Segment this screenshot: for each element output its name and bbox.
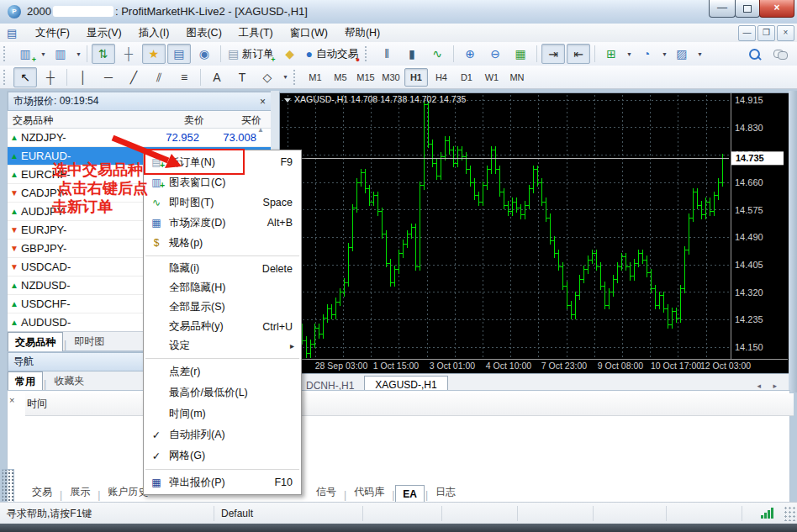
child-window-icon[interactable]: ▤ bbox=[7, 27, 22, 40]
context-menu-item[interactable]: ▦市场深度(D)Alt+B bbox=[144, 213, 301, 233]
context-menu-item[interactable]: 隐藏(i)Delete bbox=[144, 259, 301, 278]
indicators-button[interactable]: ⊞ bbox=[599, 44, 623, 64]
timeframe-m5[interactable]: M5 bbox=[329, 68, 352, 87]
indicators-dropdown-icon[interactable]: ▼ bbox=[626, 51, 632, 57]
menu-item-i[interactable]: 插入(I) bbox=[130, 24, 178, 43]
terminal-tab-4[interactable]: 日志 bbox=[429, 482, 462, 501]
child-restore-button[interactable]: ❐ bbox=[757, 25, 775, 41]
timeframe-mn[interactable]: MN bbox=[505, 68, 529, 87]
context-menu-item[interactable]: 全部显示(S) bbox=[144, 298, 301, 317]
market-watch-tab-2[interactable]: 即时图 bbox=[67, 332, 111, 350]
menu-item-t[interactable]: 工具(T) bbox=[230, 24, 282, 43]
timeframe-m1[interactable]: M1 bbox=[303, 68, 327, 87]
new-chart-icon: ▥ bbox=[19, 48, 30, 60]
metaeditor-button[interactable]: ◆ bbox=[278, 44, 302, 64]
menu-item-h[interactable]: 帮助(H) bbox=[336, 24, 388, 43]
scroll-up-icon[interactable]: ▲ bbox=[257, 126, 264, 134]
data-window-button[interactable]: ┼ bbox=[117, 44, 140, 64]
title-bar[interactable]: P 2000: ProfitMarketHK-Live2 - [XAGUSD-,… bbox=[0, 0, 797, 24]
fibonacci-button[interactable]: ≡ bbox=[172, 67, 196, 87]
market-watch-toggle-button[interactable]: ⇅ bbox=[92, 44, 115, 64]
timeframe-m30[interactable]: M30 bbox=[379, 68, 403, 87]
timeframe-m15[interactable]: M15 bbox=[354, 68, 377, 87]
cursor-button[interactable]: ↖ bbox=[13, 67, 37, 87]
chat-button[interactable] bbox=[768, 44, 791, 64]
menu-item-f[interactable]: 文件(F) bbox=[27, 24, 78, 43]
text-button[interactable]: A bbox=[205, 67, 229, 87]
child-minimize-button[interactable]: — bbox=[738, 25, 756, 41]
new-chart-dropdown-icon[interactable]: ▼ bbox=[40, 51, 46, 57]
terminal-tab-1[interactable]: 交易 bbox=[25, 482, 59, 501]
chart-window[interactable]: 14.91514.83014.74514.66014.57514.49014.4… bbox=[279, 92, 790, 375]
context-menu-item[interactable]: 交易品种(y)Ctrl+U bbox=[144, 317, 301, 336]
shortcut-label: Delete bbox=[262, 263, 301, 275]
periods-dropdown-icon[interactable]: ▼ bbox=[662, 51, 668, 57]
symbol-label: USDCAD- bbox=[21, 261, 135, 273]
tile-windows-button[interactable]: ▦ bbox=[509, 44, 532, 64]
zoom-out-button[interactable]: ⊖ bbox=[483, 44, 507, 64]
resize-grip[interactable] bbox=[784, 506, 795, 521]
strategy-tester-button[interactable]: ◉ bbox=[193, 44, 216, 64]
terminal-tab-2[interactable]: 展示 bbox=[63, 482, 97, 501]
crosshair-button[interactable]: ┼ bbox=[39, 67, 62, 87]
timeframe-h1[interactable]: H1 bbox=[404, 68, 428, 87]
vertical-line-button[interactable]: │ bbox=[71, 67, 95, 87]
terminal-grip[interactable] bbox=[2, 469, 14, 503]
autotrading-button[interactable]: ●●自动交易 bbox=[303, 44, 361, 64]
chart-shift-button[interactable]: ⇤ bbox=[567, 44, 590, 64]
profiles-dropdown-icon[interactable]: ▼ bbox=[76, 51, 82, 57]
navigator-toggle-button[interactable]: ★ bbox=[142, 44, 166, 64]
market-watch-tab-1[interactable]: 交易品种 bbox=[8, 332, 63, 351]
context-menu-item[interactable]: ▦弹出报价(P)F10 bbox=[144, 472, 301, 492]
close-icon[interactable]: × bbox=[260, 97, 266, 106]
timeframe-h4[interactable]: H4 bbox=[430, 68, 453, 87]
new-chart-button[interactable]: ▥+ bbox=[13, 44, 37, 64]
terminal-tab-3[interactable]: EA bbox=[395, 485, 425, 502]
price-chart[interactable]: 14.91514.83014.74514.66014.57514.49014.4… bbox=[280, 93, 788, 372]
terminal-toggle-button[interactable]: ▤ bbox=[167, 44, 191, 64]
timeframe-d1[interactable]: D1 bbox=[455, 68, 478, 87]
toolbar-separator bbox=[594, 45, 595, 62]
terminal-close-icon[interactable]: × bbox=[9, 395, 14, 405]
bar-chart-mode-button[interactable]: ‖ bbox=[375, 44, 398, 64]
checkmark-icon: ✓ bbox=[144, 450, 169, 462]
menu-item-w[interactable]: 窗口(W) bbox=[282, 24, 336, 43]
zoom-in-button[interactable]: ⊕ bbox=[458, 44, 482, 64]
periods-button[interactable]: ◔ bbox=[635, 44, 658, 64]
text-label-button[interactable]: T bbox=[230, 67, 254, 87]
arrows-shapes-dropdown-icon[interactable]: ▼ bbox=[282, 74, 288, 80]
timeframe-w1[interactable]: W1 bbox=[480, 68, 504, 87]
menu-item-c[interactable]: 图表(C) bbox=[177, 24, 230, 43]
restore-button[interactable] bbox=[735, 0, 760, 18]
navigator-tab-1[interactable]: 常用 bbox=[8, 371, 43, 391]
profiles-button[interactable]: ▥ bbox=[49, 44, 72, 64]
context-menu-item[interactable]: 最高价/最低价(L) bbox=[144, 382, 301, 403]
candlestick-mode-button[interactable]: ▮ bbox=[400, 44, 424, 64]
new-order-button[interactable]: ▤+新订单 bbox=[225, 44, 277, 64]
context-menu-item[interactable]: 设定▸ bbox=[144, 336, 301, 356]
context-menu-item[interactable]: 点差(r) bbox=[144, 361, 301, 382]
context-menu-item[interactable]: ✓自动排列(A) bbox=[144, 424, 301, 445]
bar-chart-mode-icon: ‖ bbox=[384, 48, 389, 60]
auto-scroll-button[interactable]: ⇥ bbox=[541, 44, 565, 64]
menu-item-v[interactable]: 显示(V) bbox=[78, 24, 130, 43]
arrows-shapes-button[interactable]: ◇ bbox=[256, 67, 279, 87]
templates-dropdown-icon[interactable]: ▼ bbox=[697, 51, 703, 57]
trendline-button[interactable]: ╱ bbox=[122, 67, 145, 87]
terminal-tab-2[interactable]: 代码库 bbox=[347, 482, 391, 501]
context-menu-item[interactable]: ∿即时图(T)Space bbox=[144, 192, 301, 213]
horizontal-line-button[interactable]: ─ bbox=[97, 67, 120, 87]
minimize-button[interactable]: — bbox=[709, 0, 736, 18]
templates-button[interactable]: ▨ bbox=[670, 44, 694, 64]
context-menu-item[interactable]: 全部隐藏(H) bbox=[144, 278, 301, 298]
equidistant-channel-button[interactable]: ⫽ bbox=[147, 67, 171, 87]
context-menu-item[interactable]: 时间(m) bbox=[144, 403, 301, 424]
close-button[interactable]: × bbox=[759, 0, 794, 18]
navigator-tab-2[interactable]: 收藏夹 bbox=[47, 371, 91, 390]
terminal-tab-1[interactable]: 信号 bbox=[309, 482, 343, 501]
line-chart-mode-button[interactable]: ∿ bbox=[425, 44, 449, 64]
context-menu-item[interactable]: ✓网格(G) bbox=[144, 445, 301, 466]
context-menu-item[interactable]: $规格(p) bbox=[144, 233, 301, 253]
child-close-button[interactable]: × bbox=[777, 25, 794, 41]
search-button[interactable] bbox=[742, 44, 766, 64]
